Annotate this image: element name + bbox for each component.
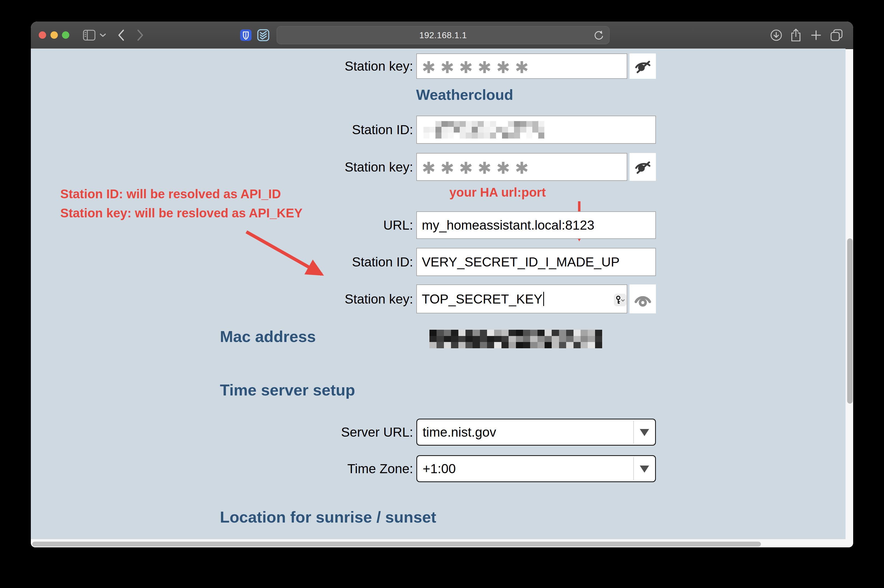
password-autofill-button[interactable]: [614, 294, 626, 306]
weathercloud-heading: Weathercloud: [416, 86, 513, 103]
reload-button[interactable]: [593, 29, 605, 41]
time-server-heading: Time server setup: [220, 381, 355, 399]
server-url-label: Server URL:: [277, 418, 413, 446]
masked-password-text: ✱✱✱✱✱✱: [422, 58, 534, 77]
share-button[interactable]: [788, 21, 803, 48]
mac-address-heading: Mac address: [220, 327, 316, 345]
station-id-value: VERY_SECRET_ID_I_MADE_UP: [422, 255, 620, 270]
sidebar-icon: [83, 30, 96, 40]
address-bar[interactable]: 192.168.1.1: [277, 26, 609, 44]
tab-overview-button[interactable]: [828, 21, 845, 48]
station-key-input-1[interactable]: ✱✱✱✱✱✱: [416, 54, 627, 79]
server-url-select[interactable]: time.nist.gov: [416, 418, 656, 446]
key-autofill-icon: [615, 296, 625, 304]
redacted-station-id-value: [423, 121, 544, 138]
chevrons-extension-button[interactable]: [256, 21, 271, 48]
dropdown-arrow-icon: [640, 429, 649, 436]
horizontal-scrollbar-thumb[interactable]: [32, 542, 761, 546]
url-label: URL:: [277, 212, 413, 239]
download-icon: [770, 29, 782, 42]
text-cursor: [543, 292, 544, 306]
station-id-input-redacted[interactable]: [416, 116, 656, 144]
url-value: my_homeassistant.local:8123: [422, 218, 594, 232]
show-password-button-1[interactable]: [629, 54, 656, 79]
bitwarden-shield-icon: [240, 29, 252, 42]
time-zone-select[interactable]: +1:00: [416, 455, 656, 482]
station-key-input-3[interactable]: TOP_SECRET_KEY: [416, 285, 627, 314]
eye-icon: [633, 291, 652, 308]
redacted-mac-value: [429, 330, 602, 348]
zoom-button[interactable]: [62, 32, 69, 39]
browser-toolbar: 192.168.1.1: [31, 21, 853, 49]
annotation-line-2: Station key: will be resloved as API_KEY: [60, 206, 303, 220]
station-key-input-2[interactable]: ✱✱✱✱✱✱: [416, 153, 627, 181]
url-input[interactable]: my_homeassistant.local:8123: [416, 212, 656, 239]
station-key-label-3: Station key:: [277, 285, 413, 314]
back-icon: [118, 29, 125, 41]
station-key-label-2: Station key:: [277, 153, 413, 181]
minimize-button[interactable]: [51, 32, 58, 39]
time-zone-value: +1:00: [423, 461, 456, 476]
new-tab-button[interactable]: [808, 21, 824, 48]
time-zone-label: Time Zone:: [277, 455, 413, 482]
masked-password-text: ✱✱✱✱✱✱: [422, 159, 534, 177]
annotation-ha-url: your HA url:port: [449, 185, 546, 200]
browser-window: 192.168.1.1: [31, 21, 853, 548]
select-divider: [633, 420, 634, 444]
station-key-value: TOP_SECRET_KEY: [422, 291, 542, 306]
sidebar-menu-chevron[interactable]: [98, 21, 108, 48]
annotation-line-1: Station ID: will be resolved as API_ID: [60, 186, 281, 201]
chevron-down-icon: [100, 33, 106, 38]
address-text: 192.168.1.1: [419, 30, 467, 40]
new-tab-icon: [810, 30, 821, 40]
reveal-password-button[interactable]: [629, 285, 656, 314]
station-id-input[interactable]: VERY_SECRET_ID_I_MADE_UP: [416, 248, 656, 276]
station-id-label-redacted: Station ID:: [277, 116, 413, 144]
station-id-label: Station ID:: [277, 248, 413, 276]
bitwarden-extension-button[interactable]: [238, 21, 254, 48]
downloads-button[interactable]: [768, 21, 784, 48]
share-icon: [789, 28, 802, 42]
dropdown-arrow-icon: [640, 465, 649, 472]
forward-button[interactable]: [134, 21, 147, 48]
show-password-button-2[interactable]: [629, 153, 656, 181]
server-url-value: time.nist.gov: [423, 424, 496, 440]
vertical-scrollbar-thumb[interactable]: [847, 238, 852, 404]
sidebar-toggle-button[interactable]: [82, 21, 97, 48]
select-divider: [633, 457, 634, 480]
forward-icon: [137, 29, 144, 41]
page-content: Station key: ✱✱✱✱✱✱ Weathercloud Station…: [31, 48, 845, 539]
station-key-label-1: Station key:: [277, 54, 413, 79]
close-button[interactable]: [39, 32, 46, 39]
tab-overview-icon: [830, 28, 843, 42]
eye-slash-icon: [634, 159, 651, 176]
eye-slash-icon: [634, 58, 651, 75]
back-button[interactable]: [114, 21, 128, 48]
chevrons-extension-icon: [257, 29, 270, 42]
location-heading: Location for sunrise / sunset: [220, 508, 436, 526]
